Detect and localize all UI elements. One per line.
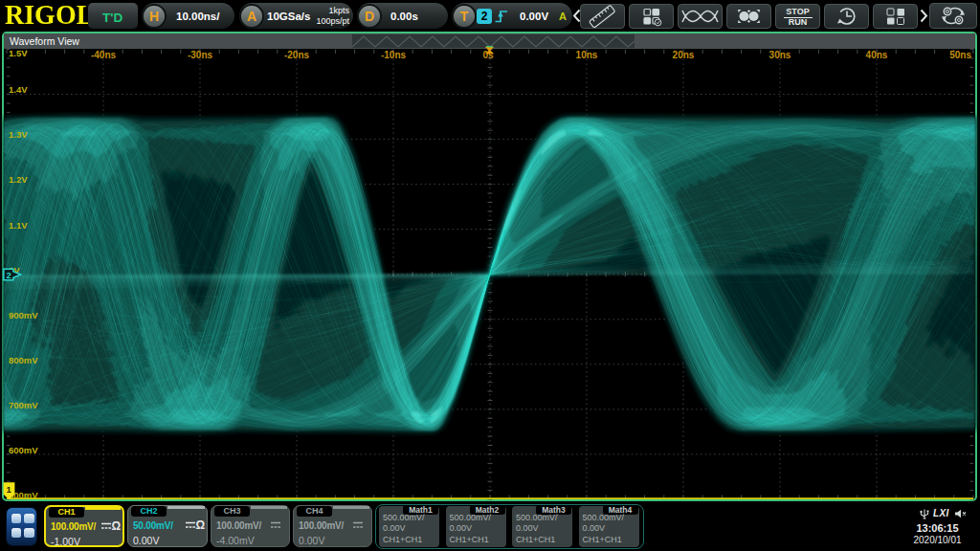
svg-text:10ns: 10ns: [576, 50, 598, 60]
svg-text:800mV: 800mV: [9, 355, 38, 365]
svg-text:-10ns: -10ns: [381, 50, 407, 60]
svg-text:-30ns: -30ns: [188, 50, 213, 60]
svg-text:1.4V: 1.4V: [9, 84, 28, 95]
svg-text:-40ns: -40ns: [91, 50, 117, 60]
svg-text:2: 2: [7, 270, 11, 280]
svg-text:900mV: 900mV: [9, 310, 38, 320]
svg-text:1.1V: 1.1V: [9, 220, 28, 231]
svg-text:20ns: 20ns: [673, 50, 695, 60]
svg-text:600mV: 600mV: [9, 445, 38, 455]
svg-text:1.2V: 1.2V: [9, 174, 28, 185]
svg-text:1.3V: 1.3V: [9, 129, 28, 140]
svg-text:50ns: 50ns: [949, 50, 971, 60]
svg-text:30ns: 30ns: [769, 50, 791, 60]
svg-text:700mV: 700mV: [9, 400, 38, 410]
svg-text:1: 1: [7, 484, 12, 495]
svg-text:1.5V: 1.5V: [9, 48, 28, 58]
svg-text:-20ns: -20ns: [284, 50, 310, 60]
svg-text:40ns: 40ns: [866, 50, 888, 60]
